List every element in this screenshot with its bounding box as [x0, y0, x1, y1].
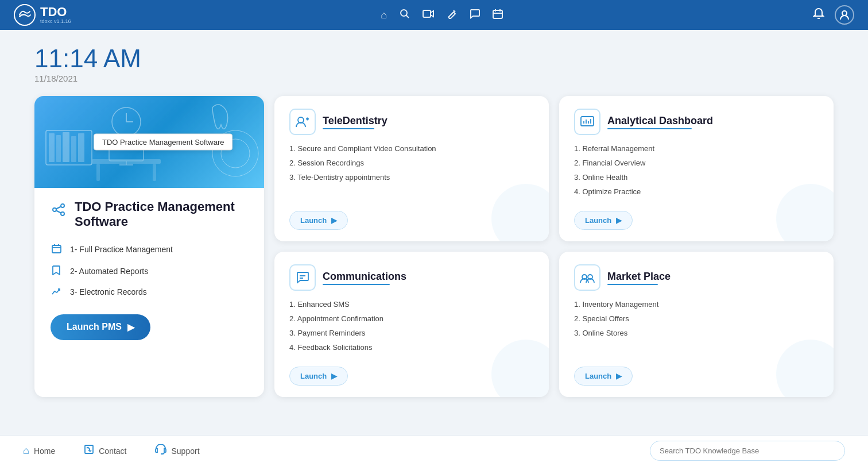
list-item: 3. Tele-Dentistry appointments: [289, 173, 534, 182]
pms-title: TDO Practice Management Software: [75, 199, 248, 230]
analytical-title: Analytical Dashboard: [607, 115, 713, 127]
nav-left: TDO tdoxc v1.1.16: [14, 4, 71, 26]
list-item: 3. Online Health: [574, 173, 819, 182]
teledentistry-underline: [323, 128, 374, 129]
teledentistry-title: TeleDentistry: [323, 115, 388, 127]
pms-card: TDO Practice Management Software ↖: [34, 96, 264, 397]
marketplace-items: 1. Inventory Management 2. Special Offer…: [574, 300, 819, 357]
support-nav-label: Support: [171, 446, 199, 456]
communications-header: Communications: [289, 264, 534, 291]
clock-date: 11/18/2021: [34, 74, 834, 83]
marketplace-arrow-icon: ▶: [616, 372, 622, 380]
edit-nav-icon[interactable]: [447, 9, 457, 22]
teledentistry-launch-button[interactable]: Launch ▶: [289, 211, 348, 230]
list-item: 2. Financial Overview: [574, 159, 819, 167]
launch-arrow-icon: ▶: [127, 322, 134, 333]
list-item: 3. Online Stores: [574, 329, 819, 337]
search-nav-icon[interactable]: [400, 9, 410, 22]
calendar-nav-icon[interactable]: [493, 9, 503, 22]
communications-launch-label: Launch: [300, 372, 327, 380]
clock-time: 11:14 AM: [34, 46, 834, 71]
user-avatar[interactable]: [835, 5, 854, 25]
pms-features-list: 1- Full Practice Management 2- Automated…: [51, 244, 248, 297]
analytical-icon-box: [574, 109, 600, 135]
svg-rect-5: [493, 10, 502, 18]
svg-rect-12: [49, 133, 55, 162]
list-item: 1. Referral Management: [574, 144, 819, 153]
svg-line-31: [56, 207, 61, 209]
list-item: 2. Session Recordings: [289, 159, 534, 167]
logo-icon: [14, 4, 36, 26]
list-item: 2. Appointment Confirmation: [289, 314, 534, 323]
svg-point-1: [401, 10, 407, 16]
bottom-nav-home[interactable]: ⌂ Home: [23, 445, 55, 457]
analytical-dashboard-card: Analytical Dashboard 1. Referral Managem…: [559, 96, 834, 241]
list-item: 2. Special Offers: [574, 314, 819, 323]
list-item: 4. Feedback Solicitations: [289, 343, 534, 352]
logo-text: TDO: [40, 6, 71, 18]
svg-rect-34: [52, 245, 61, 253]
bottom-navigation: ⌂ Home Contact Support: [0, 435, 868, 466]
svg-point-10: [842, 11, 847, 16]
communications-arrow-icon: ▶: [331, 372, 337, 380]
video-nav-icon[interactable]: [423, 9, 434, 22]
pms-tooltip: TDO Practice Management Software: [94, 134, 232, 151]
svg-rect-23: [96, 164, 100, 181]
main-content: 11:14 AM 11/18/2021: [0, 30, 868, 397]
chat-nav-icon[interactable]: [470, 9, 480, 22]
list-item: 4. Optimize Practice: [574, 187, 819, 196]
marketplace-title: Market Place: [607, 271, 671, 283]
logo[interactable]: TDO tdoxc v1.1.16: [14, 4, 71, 26]
analytical-launch-button[interactable]: Launch ▶: [574, 211, 633, 230]
launch-pms-button[interactable]: Launch PMS ▶: [51, 314, 150, 340]
launch-pms-label: Launch PMS: [67, 322, 122, 332]
pms-title-row: TDO Practice Management Software: [51, 199, 248, 230]
svg-rect-13: [56, 135, 61, 162]
communications-underline: [323, 284, 390, 285]
analytical-items: 1. Referral Management 2. Financial Over…: [574, 144, 819, 202]
analytical-launch-label: Launch: [585, 216, 611, 225]
svg-rect-15: [71, 136, 76, 162]
svg-rect-41: [581, 117, 594, 126]
marketplace-launch-button[interactable]: Launch ▶: [574, 367, 633, 386]
marketplace-card: Market Place 1. Inventory Management 2. …: [559, 252, 834, 397]
home-nav-icon[interactable]: ⌂: [381, 9, 387, 21]
communications-card: Communications 1. Enhanced SMS 2. Appoin…: [274, 252, 549, 397]
list-item: 1. Enhanced SMS: [289, 300, 534, 309]
marketplace-icon-box: [574, 264, 600, 291]
list-item: 1. Inventory Management: [574, 300, 819, 309]
svg-rect-3: [423, 10, 431, 17]
teledentistry-launch-label: Launch: [300, 216, 327, 225]
communications-launch-button[interactable]: Launch ▶: [289, 367, 348, 386]
support-bottom-icon: [155, 444, 166, 457]
teledentistry-icon-box: [289, 109, 316, 135]
card-grid: TDO Practice Management Software ↖: [34, 96, 834, 397]
bookmark-feature-icon: [51, 265, 62, 277]
knowledge-search-input[interactable]: [650, 441, 845, 461]
nav-icons: ⌂: [381, 9, 503, 22]
marketplace-underline: [607, 284, 658, 285]
communications-title: Communications: [323, 271, 406, 283]
nav-right: [813, 5, 854, 25]
contact-bottom-icon: [84, 444, 94, 457]
top-navigation: TDO tdoxc v1.1.16 ⌂: [0, 0, 868, 30]
contact-nav-label: Contact: [99, 446, 126, 456]
marketplace-header: Market Place: [574, 264, 819, 291]
pms-content: TDO Practice Management Software 1-: [34, 188, 264, 356]
svg-point-30: [61, 212, 64, 215]
trend-feature-icon: [51, 287, 62, 297]
pms-share-icon: [51, 202, 67, 221]
list-item: 1. Secure and Compliant Video Consultati…: [289, 144, 534, 153]
svg-rect-24: [153, 164, 156, 181]
svg-point-28: [61, 204, 64, 207]
marketplace-launch-label: Launch: [585, 372, 611, 380]
knowledge-search-container: [650, 441, 845, 461]
teledentistry-items: 1. Secure and Compliant Video Consultati…: [289, 144, 534, 202]
notifications-icon[interactable]: [813, 7, 824, 23]
bottom-nav-contact[interactable]: Contact: [84, 444, 126, 457]
svg-rect-14: [63, 132, 69, 162]
analytical-underline: [607, 128, 692, 129]
svg-line-4: [448, 17, 450, 19]
bottom-nav-support[interactable]: Support: [155, 444, 199, 457]
pms-feature-3: 3- Electronic Records: [51, 287, 248, 297]
